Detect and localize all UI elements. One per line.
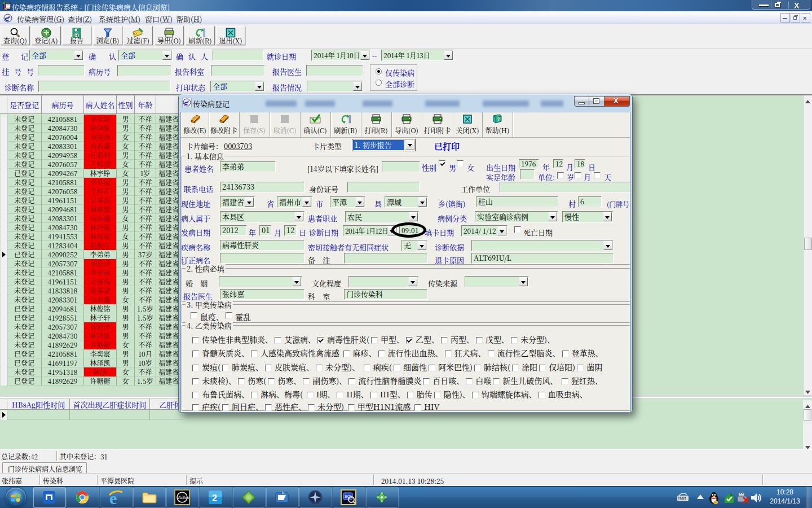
svg-text:?: ? <box>497 116 500 122</box>
svg-text:Action: Action <box>178 496 189 500</box>
svg-text:2: 2 <box>212 493 217 503</box>
